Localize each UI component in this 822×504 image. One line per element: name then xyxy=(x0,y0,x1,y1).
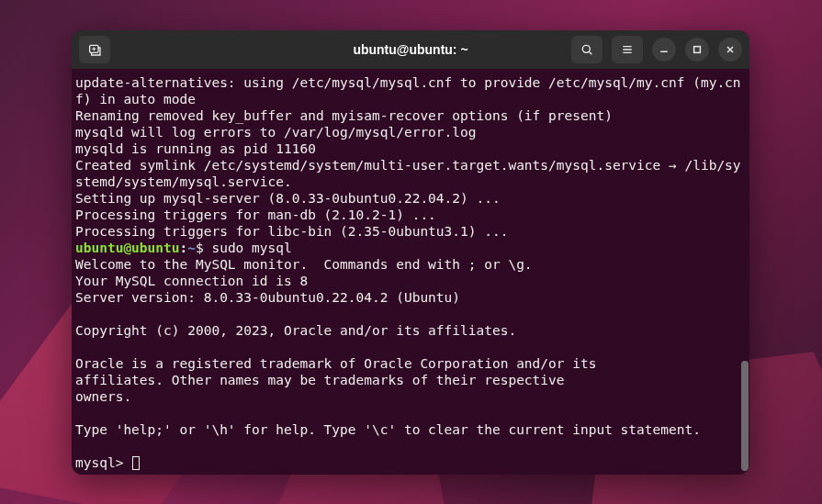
terminal-content[interactable]: update-alternatives: using /etc/mysql/my… xyxy=(75,74,746,471)
minimize-icon xyxy=(659,44,670,55)
mysql-output-line: Copyright (c) 2000, 2023, Oracle and/or … xyxy=(75,322,746,339)
mysql-output-line xyxy=(75,339,746,355)
search-icon xyxy=(580,42,594,57)
terminal-body[interactable]: update-alternatives: using /etc/mysql/my… xyxy=(72,69,749,475)
new-tab-button[interactable] xyxy=(79,36,110,63)
maximize-button[interactable] xyxy=(685,38,709,62)
titlebar: ubuntu@ubuntu: ~ xyxy=(72,30,749,69)
terminal-output-line: Created symlink /etc/systemd/system/mult… xyxy=(75,157,746,190)
terminal-output-line: mysqld is running as pid 11160 xyxy=(75,140,746,157)
close-icon xyxy=(725,44,736,55)
search-button[interactable] xyxy=(571,36,602,63)
text-cursor xyxy=(132,456,140,470)
prompt-sigil: $ xyxy=(196,241,204,255)
hamburger-icon xyxy=(620,42,635,57)
shell-prompt-line: ubuntu@ubuntu:~$ sudo mysql xyxy=(75,240,746,256)
terminal-output-line: update-alternatives: using /etc/mysql/my… xyxy=(75,74,746,107)
svg-point-1 xyxy=(582,45,590,52)
mysql-output-line: Welcome to the MySQL monitor. Commands e… xyxy=(75,256,746,273)
titlebar-right-group xyxy=(571,36,742,63)
entered-command: sudo mysql xyxy=(204,241,292,255)
mysql-prompt-line[interactable]: mysql> xyxy=(75,454,746,471)
terminal-output-line: Processing triggers for libc-bin (2.35-0… xyxy=(75,223,746,240)
mysql-output-line: Type 'help;' or '\h' for help. Type '\c'… xyxy=(75,421,746,438)
scrollbar-thumb[interactable] xyxy=(741,361,749,471)
mysql-output-line xyxy=(75,405,746,421)
svg-rect-2 xyxy=(694,47,701,53)
terminal-output-line: Setting up mysql-server (8.0.33-0ubuntu0… xyxy=(75,190,746,207)
mysql-output-line: Server version: 8.0.33-0ubuntu0.22.04.2 … xyxy=(75,289,746,306)
mysql-output-line xyxy=(75,438,746,454)
mysql-output-line xyxy=(75,306,746,322)
minimize-button[interactable] xyxy=(652,38,676,62)
mysql-output-line: Oracle is a registered trademark of Orac… xyxy=(75,355,746,372)
mysql-output-line: owners. xyxy=(75,388,746,405)
titlebar-left-group xyxy=(79,36,110,63)
new-tab-icon xyxy=(87,42,102,57)
mysql-prompt: mysql> xyxy=(75,455,131,470)
maximize-icon xyxy=(692,44,703,55)
prompt-cwd: ~ xyxy=(187,241,196,255)
menu-button[interactable] xyxy=(612,36,643,63)
prompt-colon: : xyxy=(180,241,188,255)
scrollbar-track[interactable] xyxy=(739,69,749,475)
close-button[interactable] xyxy=(718,38,742,62)
terminal-window: ubuntu@ubuntu: ~ xyxy=(72,30,749,475)
terminal-output-line: mysqld will log errors to /var/log/mysql… xyxy=(75,124,746,140)
prompt-user-host: ubuntu@ubuntu xyxy=(75,241,180,255)
terminal-output-line: Renaming removed key_buffer and myisam-r… xyxy=(75,107,746,124)
mysql-output-line: Your MySQL connection id is 8 xyxy=(75,273,746,289)
mysql-output-line: affiliates. Other names may be trademark… xyxy=(75,372,746,388)
terminal-output-line: Processing triggers for man-db (2.10.2-1… xyxy=(75,207,746,223)
